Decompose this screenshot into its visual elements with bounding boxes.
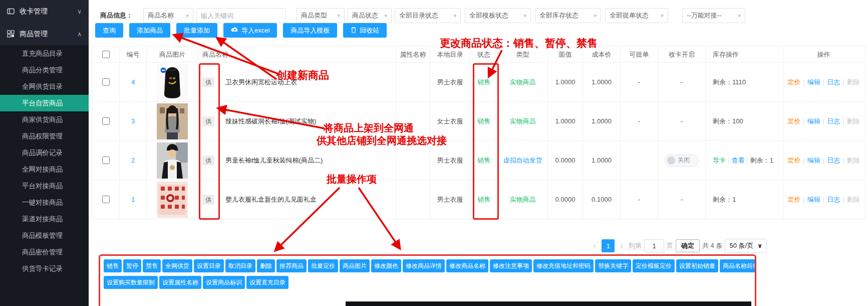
import-excel-button[interactable]: 导入excel: [223, 23, 277, 38]
sidebar-item-network-link-products[interactable]: 全网对接商品: [0, 161, 89, 178]
sidebar-item-direct-catalog[interactable]: 直充商品目录: [0, 45, 89, 62]
supply-badge: 供: [202, 156, 214, 166]
stock-status-select[interactable]: 全部库存状态 ▾: [535, 8, 601, 23]
sidebar-item-platform-products[interactable]: 平台自营商品: [0, 95, 89, 111]
op-edit-link[interactable]: 编辑: [807, 156, 820, 165]
row-checkbox[interactable]: [102, 117, 110, 125]
op-edit-link[interactable]: 编辑: [807, 117, 820, 126]
batch-op-button[interactable]: 暂停: [123, 259, 141, 272]
add-product-button[interactable]: 添加商品: [129, 23, 170, 38]
batch-op-button[interactable]: 替换关键字: [595, 259, 631, 272]
sidebar-item-supply-card-log[interactable]: 供货导卡记录: [0, 260, 89, 277]
op-delete-link[interactable]: 删除: [847, 195, 860, 204]
universal-link-select[interactable]: --万能对接-- ▾: [682, 8, 745, 23]
sidebar-item-merchant-supply[interactable]: 商家供货商品: [0, 111, 89, 128]
batch-op-button[interactable]: 设置初始销量: [676, 259, 718, 272]
op-price-link[interactable]: 定价: [787, 78, 800, 87]
op-price-link[interactable]: 定价: [787, 156, 800, 165]
product-id-link[interactable]: 2: [131, 157, 135, 164]
batch-op-button[interactable]: 推荐商品: [276, 259, 307, 272]
product-type-select[interactable]: 商品类型 ▾: [297, 8, 345, 23]
batch-op-button[interactable]: 修改充值地址和密码: [533, 259, 594, 272]
chevron-down-icon: ▾: [337, 13, 340, 19]
batch-op-button[interactable]: 设置商品标识: [203, 276, 245, 289]
batch-op-button[interactable]: 全网供货: [162, 259, 192, 272]
batch-op-button[interactable]: 销售: [104, 259, 122, 272]
import-template-button[interactable]: 商品导入模板: [283, 23, 337, 38]
name-field-select[interactable]: 商品名称 ▾: [143, 8, 193, 23]
page-number-button[interactable]: 1: [602, 239, 615, 252]
template-status-select[interactable]: 全部模板状态 ▾: [465, 8, 531, 23]
prev-page-icon[interactable]: ‹: [590, 241, 599, 251]
export-card-link[interactable]: 导卡: [713, 156, 726, 165]
batch-op-button[interactable]: 取消目录: [225, 259, 255, 272]
col-header-image: 商品图片: [147, 47, 198, 62]
confirm-page-button[interactable]: 确定: [676, 239, 700, 252]
sidebar-item-template-management[interactable]: 商品模板管理: [0, 227, 89, 244]
op-price-link[interactable]: 定价: [787, 117, 800, 126]
sidebar-item-category-management[interactable]: 商品分类管理: [0, 62, 89, 78]
op-log-link[interactable]: 日志: [827, 195, 840, 204]
batch-op-button[interactable]: 批量定价: [308, 259, 338, 272]
op-delete-link[interactable]: 删除: [847, 117, 860, 126]
recycle-bin-button[interactable]: 回收站: [343, 23, 387, 38]
batch-op-button[interactable]: 商品图片: [340, 259, 370, 272]
product-id-link[interactable]: 4: [131, 78, 135, 86]
op-delete-link[interactable]: 删除: [847, 78, 860, 87]
page-size-select[interactable]: 50 条/页 ∨: [725, 239, 766, 253]
batch-add-button[interactable]: 批量添加: [176, 23, 217, 38]
batch-op-button[interactable]: 定价模板定价: [633, 259, 675, 272]
row-checkbox[interactable]: [102, 78, 110, 86]
query-button[interactable]: 查询: [95, 23, 123, 38]
product-status-select[interactable]: 商品状态 ▾: [348, 8, 392, 23]
chevron-down-icon: ▾: [453, 13, 456, 19]
op-log-link[interactable]: 日志: [827, 156, 840, 165]
sidebar-submenu: 直充商品目录 商品分类管理 全网供货目录 平台自营商品 商家供货商品 商品权限管…: [0, 45, 89, 277]
sidebar-item-channel-link-products[interactable]: 渠道对接商品: [0, 211, 89, 227]
sidebar-section-card-management[interactable]: 收卡管理 ∨: [0, 0, 89, 23]
op-price-link[interactable]: 定价: [787, 195, 800, 204]
sidebar-item-secret-price[interactable]: 商品密价管理: [0, 244, 89, 260]
op-log-link[interactable]: 日志: [827, 78, 840, 87]
ticket-status-select[interactable]: 全部提单状态 ▾: [605, 8, 668, 23]
keyword-input[interactable]: [196, 8, 285, 23]
batch-op-button[interactable]: 设置购买数量限制: [104, 276, 158, 289]
row-checkbox[interactable]: [102, 196, 110, 203]
page-jump-input[interactable]: [644, 239, 664, 252]
catalog-status-select[interactable]: 全部目录状态 ▾: [395, 8, 461, 23]
batch-op-button[interactable]: 修改商品详情: [403, 259, 445, 272]
sidebar-item-platform-link-products[interactable]: 平台对接商品: [0, 178, 89, 194]
op-delete-link[interactable]: 删除: [847, 156, 860, 165]
batch-op-button[interactable]: 商品名称前缀: [720, 259, 756, 272]
local-catalog: 男士衣服: [430, 180, 470, 219]
batch-op-button[interactable]: 修改颜色: [371, 259, 401, 272]
sidebar-item-onekey-link-products[interactable]: 一键对接商品: [0, 194, 89, 211]
batch-op-button[interactable]: 禁售: [143, 259, 161, 272]
batch-op-button[interactable]: 修改注意事项: [490, 259, 532, 272]
product-image[interactable]: [157, 64, 188, 100]
product-id-link[interactable]: 1: [131, 196, 135, 203]
batch-op-button[interactable]: 修改商品名称: [446, 259, 488, 272]
toolbar: 查询 添加商品 批量添加 导入excel 商品导入模板 回收站: [95, 23, 387, 38]
batch-op-button[interactable]: 设置直充目录: [246, 276, 288, 289]
card-open-toggle[interactable]: 关闭: [665, 155, 699, 167]
sidebar-item-price-adjust-log[interactable]: 商品调价记录: [0, 144, 89, 161]
product-id-link[interactable]: 3: [131, 117, 135, 125]
select-all-checkbox[interactable]: [102, 51, 110, 58]
sidebar-item-permissions[interactable]: 商品权限管理: [0, 128, 89, 144]
batch-op-button[interactable]: 设置目录: [194, 259, 224, 272]
sidebar-section-product-management[interactable]: 商品管理 ∧: [0, 23, 89, 45]
view-link[interactable]: 查看: [731, 156, 744, 165]
op-log-link[interactable]: 日志: [827, 117, 840, 126]
batch-op-button[interactable]: 删除: [257, 259, 275, 272]
product-image[interactable]: [157, 142, 188, 179]
op-edit-link[interactable]: 编辑: [807, 195, 820, 204]
product-image[interactable]: [157, 182, 188, 218]
sidebar-item-supply-catalog[interactable]: 全网供货目录: [0, 78, 89, 95]
op-edit-link[interactable]: 编辑: [807, 78, 820, 87]
next-page-icon[interactable]: ›: [617, 241, 626, 251]
batch-op-button[interactable]: 设置属性名称: [159, 276, 201, 289]
row-checkbox[interactable]: [102, 157, 110, 164]
product-image[interactable]: [157, 103, 188, 139]
product-type[interactable]: 虚拟自动发货: [503, 156, 542, 165]
